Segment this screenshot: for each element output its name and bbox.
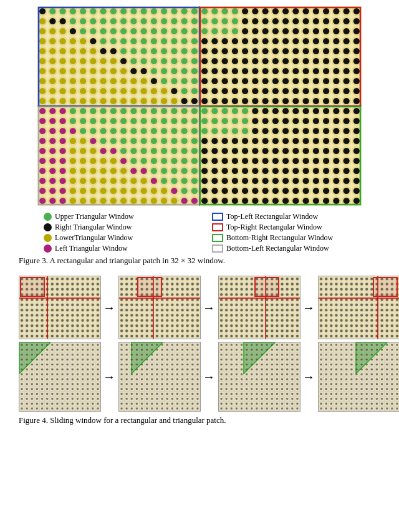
fig4-rect-cell-2 (118, 276, 201, 339)
fig4-tri-cell-1 (19, 342, 101, 412)
legend-label: Right Triangular Window (55, 223, 132, 232)
legend-label: Bottom-Left Rectangular Window (226, 244, 329, 253)
arrow-2: → (200, 301, 218, 315)
fig4-tri-cell-2 (118, 342, 201, 412)
legend-box-red (212, 223, 223, 231)
figure4: → → → → → → Figure 4. Sliding window for… (19, 276, 380, 425)
legend-label: Bottom-Right Rectangular Window (226, 233, 333, 243)
legend-item-bottomright-rect: Bottom-Right Rectangular Window (212, 233, 368, 243)
legend-box-gray (212, 244, 223, 253)
arrow-4: → (100, 370, 118, 384)
legend-box-blue (212, 213, 223, 221)
legend-label: Left Triangular Window (55, 244, 128, 253)
figure3-caption: Figure 3. A rectangular and triangular p… (19, 256, 380, 266)
legend-dot-black (44, 223, 52, 231)
legend-label: Top-Left Rectangular Window (226, 212, 318, 221)
legend-item-topleft-rect: Top-Left Rectangular Window (212, 212, 368, 221)
legend-item-upper-triangular: Upper Triangular Window (44, 212, 200, 221)
legend-label: LowerTriangular Window (55, 233, 133, 243)
fig4-rect-cell-1 (19, 276, 101, 339)
dot-grid-canvas (37, 6, 362, 206)
figure3: Upper Triangular Window Top-Left Rectang… (19, 6, 380, 272)
legend-item-left-triangular: Left Triangular Window (44, 244, 200, 253)
legend-item-topright-rect: Top-Right Rectangular Window (212, 223, 368, 232)
arrow-3: → (299, 301, 318, 315)
fig4-tri-cell-4 (318, 342, 399, 412)
fig4-rect-cell-4 (318, 276, 399, 339)
legend-box-green (212, 234, 223, 242)
arrow-1: → (100, 301, 118, 315)
legend-dot-magenta (44, 244, 52, 253)
arrow-6: → (299, 370, 318, 384)
legend-label: Upper Triangular Window (55, 212, 134, 221)
legend-item-right-triangular: Right Triangular Window (44, 223, 200, 232)
legend-dot-green (44, 213, 52, 221)
legend-item-bottomleft-rect: Bottom-Left Rectangular Window (212, 244, 368, 253)
figure4-caption: Figure 4. Sliding window for a rectangul… (19, 415, 380, 425)
legend-dot-yellow (44, 234, 52, 242)
legend-item-lower-triangular: LowerTriangular Window (44, 233, 200, 243)
dot-grid-wrapper (37, 6, 362, 206)
legend-label: Top-Right Rectangular Window (226, 223, 322, 232)
fig4-tri-cell-3 (218, 342, 300, 412)
arrow-5: → (200, 370, 218, 384)
legend: Upper Triangular Window Top-Left Rectang… (44, 212, 368, 253)
fig4-rect-cell-3 (218, 276, 300, 339)
